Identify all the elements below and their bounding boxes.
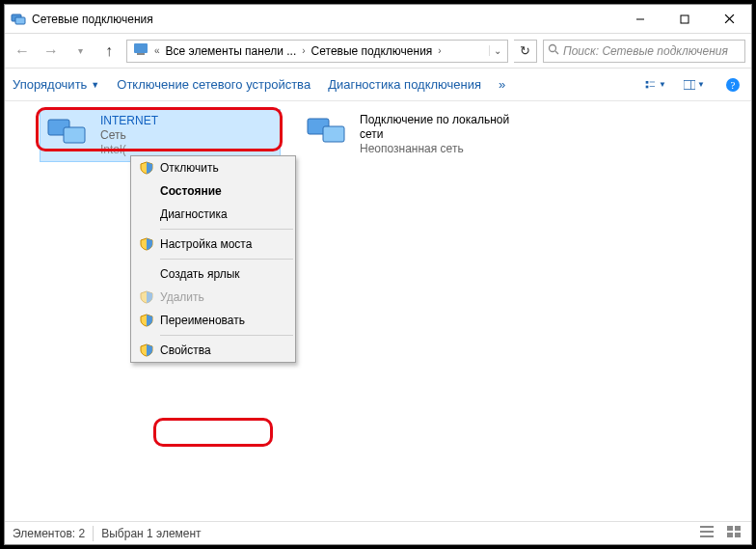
network-connections-icon xyxy=(11,12,26,27)
up-button[interactable]: ↑ xyxy=(97,40,121,63)
minimize-button[interactable] xyxy=(618,5,662,33)
svg-rect-10 xyxy=(646,80,649,83)
breadcrumb-segment[interactable]: Все элементы панели ... xyxy=(162,44,301,58)
svg-point-8 xyxy=(550,45,556,52)
title-bar: Сетевые подключения xyxy=(5,5,751,34)
connection-name: Подключение по локальной сети xyxy=(360,113,514,142)
menu-create-shortcut[interactable]: Создать ярлык xyxy=(131,262,295,286)
toolbar-overflow-button[interactable]: » xyxy=(499,77,505,92)
menu-separator xyxy=(160,229,293,230)
svg-line-9 xyxy=(555,51,558,54)
control-panel-icon xyxy=(129,41,152,60)
svg-rect-12 xyxy=(646,85,649,88)
menu-disable[interactable]: Отключить xyxy=(131,156,295,179)
svg-rect-19 xyxy=(64,127,85,143)
chevron-down-icon[interactable]: ⌄ xyxy=(489,45,505,56)
menu-rename[interactable]: Переименовать xyxy=(131,309,295,332)
svg-rect-22 xyxy=(700,526,714,528)
shield-icon xyxy=(133,314,160,327)
preview-pane-button[interactable]: ▼ xyxy=(684,74,705,96)
window-controls xyxy=(618,5,751,33)
breadcrumb-segment[interactable]: Сетевые подключения xyxy=(308,44,437,58)
search-placeholder: Поиск: Сетевые подключения xyxy=(563,44,741,58)
back-button[interactable]: ← xyxy=(11,40,34,63)
svg-rect-24 xyxy=(700,535,714,537)
menu-diagnose[interactable]: Диагностика xyxy=(131,203,295,226)
svg-rect-23 xyxy=(700,531,714,533)
menu-properties[interactable]: Свойства xyxy=(131,339,295,362)
svg-rect-25 xyxy=(727,526,733,531)
details-view-button[interactable] xyxy=(697,526,716,540)
forward-button: → xyxy=(40,40,63,63)
connection-text: INTERNET Сеть Intel( xyxy=(100,114,158,157)
svg-rect-11 xyxy=(650,81,655,82)
svg-text:?: ? xyxy=(731,79,736,91)
connection-item[interactable]: Подключение по локальной сети Неопознанн… xyxy=(300,109,541,160)
network-adapter-icon xyxy=(306,113,352,148)
toolbar: Упорядочить ▼ Отключение сетевого устрой… xyxy=(5,69,751,101)
menu-separator xyxy=(160,335,293,336)
chevron-right-icon: › xyxy=(438,45,441,56)
help-button[interactable]: ? xyxy=(722,74,743,96)
connection-status: Сеть xyxy=(100,128,158,143)
status-element-count: Элементов: 2 xyxy=(13,527,85,540)
search-input[interactable]: Поиск: Сетевые подключения xyxy=(543,40,745,63)
svg-rect-14 xyxy=(684,80,695,89)
connection-name: INTERNET xyxy=(100,114,158,128)
svg-rect-21 xyxy=(323,126,344,142)
connection-item[interactable]: INTERNET Сеть Intel( xyxy=(40,109,281,162)
shield-icon xyxy=(133,343,160,357)
svg-rect-6 xyxy=(134,43,148,53)
disable-device-button[interactable]: Отключение сетевого устройства xyxy=(117,77,310,92)
refresh-button[interactable]: ↻ xyxy=(514,40,537,63)
shield-icon xyxy=(133,161,160,175)
status-bar: Элементов: 2 Выбран 1 элемент xyxy=(5,521,751,544)
window: Сетевые подключения ← → ▾ ↑ xyxy=(4,4,752,545)
connection-status: Неопознанная сеть xyxy=(360,142,514,156)
chevron-down-icon: ▼ xyxy=(91,80,99,90)
svg-rect-28 xyxy=(735,533,741,537)
recent-locations-button[interactable]: ▾ xyxy=(68,40,92,63)
nav-bar: ← → ▾ ↑ « Все элементы панели ... › Сете… xyxy=(5,34,751,69)
svg-rect-13 xyxy=(650,86,655,87)
large-icons-view-button[interactable] xyxy=(724,526,743,540)
organize-button[interactable]: Упорядочить ▼ xyxy=(13,77,99,92)
menu-state[interactable]: Состояние xyxy=(131,179,295,203)
svg-rect-26 xyxy=(735,526,741,531)
menu-delete: Удалить xyxy=(131,286,295,309)
network-adapter-icon xyxy=(46,114,93,149)
search-icon xyxy=(548,43,559,58)
connection-text: Подключение по локальной сети Неопознанн… xyxy=(360,113,514,156)
status-divider xyxy=(93,526,94,541)
shield-icon xyxy=(133,237,160,251)
content-area: INTERNET Сеть Intel( Подключение по лока… xyxy=(5,101,751,521)
highlight-annotation xyxy=(153,418,273,447)
breadcrumb[interactable]: « Все элементы панели ... › Сетевые подк… xyxy=(126,40,508,63)
close-button[interactable] xyxy=(707,5,751,33)
maximize-button[interactable] xyxy=(662,5,707,33)
status-selected-count: Выбран 1 элемент xyxy=(101,527,201,540)
chevron-right-icon: › xyxy=(302,45,305,56)
svg-rect-1 xyxy=(15,17,25,24)
shield-icon xyxy=(133,290,160,304)
menu-bridge[interactable]: Настройка моста xyxy=(131,233,295,256)
svg-rect-7 xyxy=(137,53,145,55)
diagnose-button[interactable]: Диагностика подключения xyxy=(328,77,481,92)
svg-rect-3 xyxy=(681,15,688,23)
window-title: Сетевые подключения xyxy=(32,13,618,26)
context-menu: Отключить Состояние Диагностика Настройк… xyxy=(130,155,296,363)
svg-rect-27 xyxy=(727,533,733,537)
view-options-button[interactable]: ▼ xyxy=(645,74,666,96)
menu-separator xyxy=(160,259,293,260)
chevron-icon: « xyxy=(154,45,160,56)
